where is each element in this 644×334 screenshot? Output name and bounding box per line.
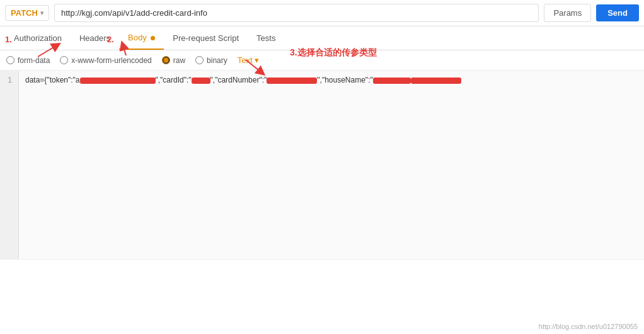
method-selector[interactable]: PATCH ▾: [5, 5, 49, 21]
radio-binary[interactable]: [195, 56, 204, 64]
line-numbers: 1: [0, 71, 19, 259]
body-dot: [151, 36, 155, 40]
option-raw[interactable]: raw: [162, 56, 185, 65]
dropdown-chevron-icon: ▾: [255, 55, 259, 65]
text-type-dropdown[interactable]: Text ▾: [238, 55, 259, 65]
code-editor: 1 data={"token":"a","cardId":"","cardNum…: [0, 71, 644, 260]
code-line-text: data={"token":"a: [25, 76, 80, 84]
redacted-3: [267, 78, 317, 84]
option-urlencoded[interactable]: x-www-form-urlencoded: [60, 56, 151, 65]
redacted-4: [373, 78, 411, 84]
send-button[interactable]: Send: [596, 4, 639, 21]
tab-prerequest[interactable]: Pre-request Script: [164, 27, 248, 49]
radio-form-data[interactable]: [6, 56, 14, 64]
code-content[interactable]: data={"token":"a","cardId":"","cardNumbe…: [19, 71, 644, 259]
body-options: form-data x-www-form-urlencoded raw bina…: [0, 50, 644, 71]
option-form-data[interactable]: form-data: [6, 56, 50, 65]
tab-headers[interactable]: Headers: [71, 27, 119, 49]
redacted-5: [411, 78, 461, 84]
tab-body[interactable]: Body: [119, 26, 164, 50]
redacted-1: [80, 78, 156, 84]
code-text-4: ","houseName":": [317, 76, 372, 84]
tabs-row: Authorization Headers Body Pre-request S…: [0, 26, 644, 50]
tab-authorization[interactable]: Authorization: [5, 27, 71, 49]
radio-raw[interactable]: [162, 56, 170, 64]
code-text-3: ","cardNumber":": [210, 76, 267, 84]
code-text-2: ","cardId":": [156, 76, 192, 84]
method-label: PATCH: [11, 8, 38, 18]
option-binary[interactable]: binary: [195, 56, 227, 65]
url-input[interactable]: [54, 4, 539, 22]
footer: http://blog.csdn.net/u012790055: [539, 323, 638, 330]
params-button[interactable]: Params: [544, 4, 591, 22]
redacted-2: [192, 78, 210, 84]
line-number: 1: [6, 76, 12, 84]
tab-tests[interactable]: Tests: [248, 27, 284, 49]
radio-urlencoded[interactable]: [60, 56, 68, 64]
top-bar: PATCH ▾ Params Send: [0, 0, 644, 26]
method-chevron: ▾: [40, 9, 43, 16]
